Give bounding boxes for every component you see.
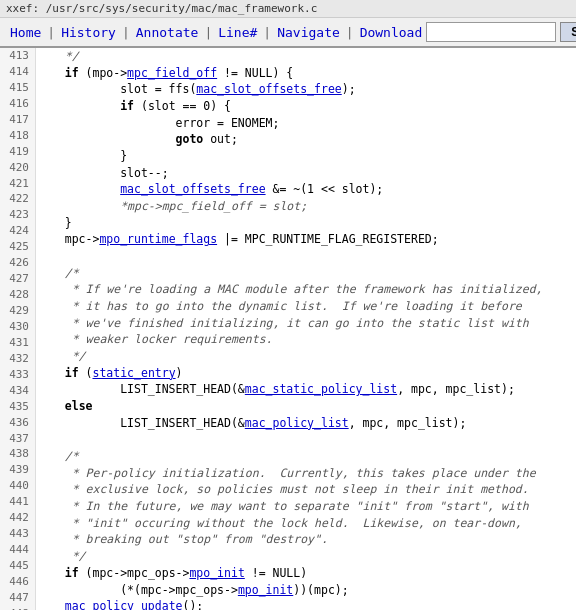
code-line: * "init" occuring without the lock held.… <box>44 515 568 532</box>
code-line: slot = ffs(mac_slot_offsets_free); <box>44 81 568 98</box>
line-num: 428 <box>6 287 29 303</box>
code-line: /* <box>44 265 568 282</box>
nav-annotate[interactable]: Annotate <box>132 23 203 42</box>
line-num: 444 <box>6 542 29 558</box>
line-num: 430 <box>6 319 29 335</box>
code-line <box>44 248 568 265</box>
code-line: if (static_entry) <box>44 365 568 382</box>
line-num: 422 <box>6 191 29 207</box>
code-line: * exclusive lock, so policies must not s… <box>44 481 568 498</box>
code-line: else <box>44 398 568 415</box>
line-num: 441 <box>6 494 29 510</box>
line-num: 418 <box>6 128 29 144</box>
line-num: 413 <box>6 48 29 64</box>
line-num: 447 <box>6 590 29 606</box>
nav-home[interactable]: Home <box>6 23 45 42</box>
line-num: 440 <box>6 478 29 494</box>
code-area: 4134144154164174184194204214224234244254… <box>0 48 576 610</box>
line-num: 439 <box>6 462 29 478</box>
line-num: 437 <box>6 431 29 447</box>
nav-sep-5: | <box>344 25 356 40</box>
code-line: LIST_INSERT_HEAD(&mac_static_policy_list… <box>44 381 568 398</box>
code-line: if (slot == 0) { <box>44 98 568 115</box>
code-line: * Per-policy initialization. Currently, … <box>44 465 568 482</box>
code-line: * breaking out "stop" from "destroy". <box>44 531 568 548</box>
line-num: 429 <box>6 303 29 319</box>
nav-sep-1: | <box>45 25 57 40</box>
line-num: 446 <box>6 574 29 590</box>
nav-sep-3: | <box>202 25 214 40</box>
code-line: * In the future, we may want to separate… <box>44 498 568 515</box>
code-line: error = ENOMEM; <box>44 115 568 132</box>
code-line: * weaker locker requirements. <box>44 331 568 348</box>
line-num: 445 <box>6 558 29 574</box>
search-area: Search <box>426 22 576 42</box>
code-line: if (mpo->mpc_field_off != NULL) { <box>44 65 568 82</box>
line-num: 442 <box>6 510 29 526</box>
code-line: *mpc->mpc_field_off = slot; <box>44 198 568 215</box>
line-num: 443 <box>6 526 29 542</box>
line-num: 414 <box>6 64 29 80</box>
code-line: } <box>44 148 568 165</box>
line-num: 426 <box>6 255 29 271</box>
code-line: if (mpc->mpc_ops->mpo_init != NULL) <box>44 565 568 582</box>
code-line: } <box>44 215 568 232</box>
code-line: LIST_INSERT_HEAD(&mac_policy_list, mpc, … <box>44 415 568 432</box>
line-num: 431 <box>6 335 29 351</box>
nav-lineno[interactable]: Line# <box>214 23 261 42</box>
search-button[interactable]: Search <box>560 22 576 42</box>
nav-history[interactable]: History <box>57 23 120 42</box>
line-num: 415 <box>6 80 29 96</box>
code-line: */ <box>44 348 568 365</box>
code-line: /* <box>44 448 568 465</box>
code-content: */ if (mpo->mpc_field_off != NULL) { slo… <box>36 48 576 610</box>
code-line: slot--; <box>44 165 568 182</box>
code-line: * we've finished initializing, it can go… <box>44 315 568 332</box>
code-line: mac_policy_update(); <box>44 598 568 610</box>
code-line: * it has to go into the dynamic list. If… <box>44 298 568 315</box>
line-num: 425 <box>6 239 29 255</box>
code-line: */ <box>44 548 568 565</box>
nav-sep-2: | <box>120 25 132 40</box>
code-line: mac_slot_offsets_free &= ~(1 << slot); <box>44 181 568 198</box>
search-input[interactable] <box>426 22 556 42</box>
line-num: 424 <box>6 223 29 239</box>
line-num: 432 <box>6 351 29 367</box>
line-num: 417 <box>6 112 29 128</box>
nav-navigate[interactable]: Navigate <box>273 23 344 42</box>
line-num: 427 <box>6 271 29 287</box>
code-line: goto out; <box>44 131 568 148</box>
line-numbers: 4134144154164174184194204214224234244254… <box>0 48 36 610</box>
line-num: 416 <box>6 96 29 112</box>
code-line <box>44 431 568 448</box>
line-num: 423 <box>6 207 29 223</box>
code-line: (*(mpc->mpc_ops->mpo_init))(mpc); <box>44 582 568 599</box>
line-num: 421 <box>6 176 29 192</box>
nav-bar: Home | History | Annotate | Line# | Navi… <box>0 18 576 48</box>
line-num: 420 <box>6 160 29 176</box>
code-line: mpc->mpo_runtime_flags |= MPC_RUNTIME_FL… <box>44 231 568 248</box>
line-num: 448 <box>6 606 29 610</box>
line-num: 438 <box>6 446 29 462</box>
nav-download[interactable]: Download <box>356 23 427 42</box>
code-line: */ <box>44 48 568 65</box>
line-num: 436 <box>6 415 29 431</box>
line-num: 434 <box>6 383 29 399</box>
nav-sep-4: | <box>261 25 273 40</box>
line-num: 433 <box>6 367 29 383</box>
code-line: * If we're loading a MAC module after th… <box>44 281 568 298</box>
title-text: xxef: /usr/src/sys/security/mac/mac_fram… <box>6 2 317 15</box>
line-num: 419 <box>6 144 29 160</box>
line-num: 435 <box>6 399 29 415</box>
title-bar: xxef: /usr/src/sys/security/mac/mac_fram… <box>0 0 576 18</box>
